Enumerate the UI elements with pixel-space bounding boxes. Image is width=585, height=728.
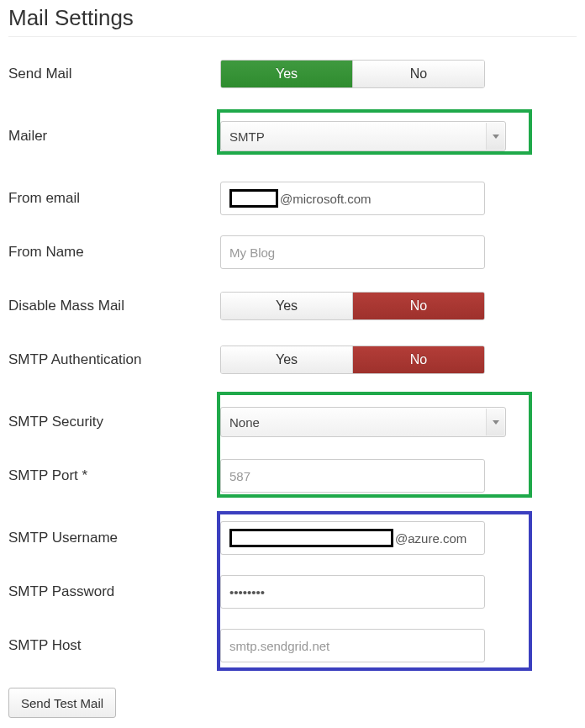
toggle-smtp-auth: Yes No xyxy=(220,346,485,374)
mail-settings-form: Send Mail Yes No Mailer SMTP From email … xyxy=(8,57,577,662)
input-smtp-password[interactable]: •••••••• xyxy=(220,575,485,609)
input-from-email[interactable]: @microsoft.com xyxy=(220,182,485,215)
label-mailer: Mailer xyxy=(8,128,220,145)
input-from-name[interactable]: My Blog xyxy=(220,235,485,269)
input-smtp-port[interactable]: 587 xyxy=(220,459,485,493)
label-disable-mass: Disable Mass Mail xyxy=(8,298,220,314)
label-smtp-host: SMTP Host xyxy=(8,637,220,654)
label-from-name: From Name xyxy=(8,244,220,261)
toggle-send-mail: Yes No xyxy=(220,60,485,88)
toggle-disable-mass-yes[interactable]: Yes xyxy=(221,293,353,319)
select-smtp-security[interactable]: None xyxy=(220,407,506,437)
input-from-email-value: @microsoft.com xyxy=(280,192,372,206)
label-smtp-security: SMTP Security xyxy=(8,414,220,430)
select-smtp-security-value: None xyxy=(229,415,497,430)
select-mailer[interactable]: SMTP xyxy=(220,121,506,151)
label-send-mail: Send Mail xyxy=(8,66,220,82)
toggle-smtp-auth-no[interactable]: No xyxy=(353,346,484,373)
label-smtp-auth: SMTP Authentication xyxy=(8,351,220,368)
row-from-email: From email @microsoft.com xyxy=(8,182,577,215)
toggle-smtp-auth-yes[interactable]: Yes xyxy=(221,346,353,373)
row-smtp-host: SMTP Host smtp.sendgrid.net xyxy=(8,629,577,662)
input-smtp-password-value: •••••••• xyxy=(229,585,265,599)
row-smtp-username: SMTP Username @azure.com xyxy=(8,521,577,555)
row-disable-mass: Disable Mass Mail Yes No xyxy=(8,289,577,323)
toggle-disable-mass: Yes No xyxy=(220,292,485,320)
input-smtp-host[interactable]: smtp.sendgrid.net xyxy=(220,629,485,662)
chevron-down-icon xyxy=(486,123,504,150)
select-mailer-value: SMTP xyxy=(229,129,497,144)
label-smtp-username: SMTP Username xyxy=(8,530,220,546)
toggle-disable-mass-no[interactable]: No xyxy=(353,293,484,319)
input-smtp-username-value: @azure.com xyxy=(395,531,466,546)
input-from-name-value: My Blog xyxy=(229,245,275,260)
label-smtp-port: SMTP Port * xyxy=(8,467,220,484)
redacted-text xyxy=(229,529,393,547)
row-send-mail: Send Mail Yes No xyxy=(8,57,577,91)
redacted-text xyxy=(229,189,278,208)
row-from-name: From Name My Blog xyxy=(8,235,577,269)
page-title: Mail Settings xyxy=(8,5,577,37)
toggle-send-mail-no[interactable]: No xyxy=(353,61,484,87)
row-smtp-port: SMTP Port * 587 xyxy=(8,459,577,493)
row-smtp-security: SMTP Security None xyxy=(8,405,577,439)
label-smtp-password: SMTP Password xyxy=(8,583,220,600)
toggle-send-mail-yes[interactable]: Yes xyxy=(221,61,353,87)
input-smtp-host-value: smtp.sendgrid.net xyxy=(229,639,329,653)
input-smtp-port-value: 587 xyxy=(229,469,250,483)
chevron-down-icon xyxy=(486,409,504,435)
row-smtp-password: SMTP Password •••••••• xyxy=(8,575,577,609)
input-smtp-username[interactable]: @azure.com xyxy=(220,521,485,555)
row-mailer: Mailer SMTP xyxy=(8,119,577,153)
label-from-email: From email xyxy=(8,190,220,207)
row-smtp-auth: SMTP Authentication Yes No xyxy=(8,343,577,377)
send-test-mail-button[interactable]: Send Test Mail xyxy=(8,688,116,718)
